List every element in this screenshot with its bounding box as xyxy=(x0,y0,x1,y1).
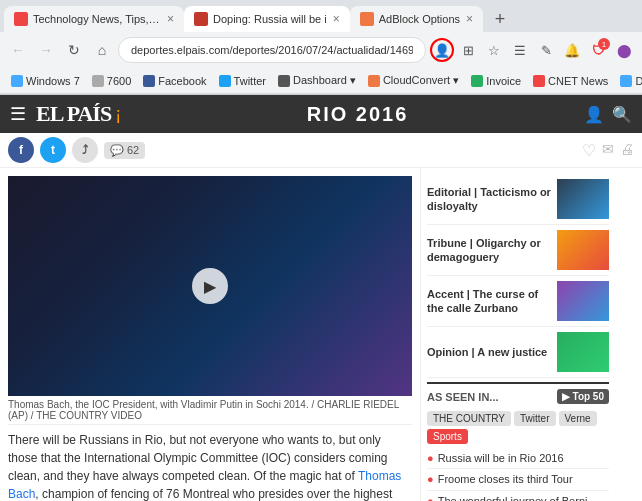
header-icons: 👤 🔍 xyxy=(584,105,632,124)
bookmark-invoice[interactable]: Invoice xyxy=(468,74,524,88)
tab-favicon xyxy=(14,12,28,26)
address-bar-row: ← → ↻ ⌂ 👤 ⊞ ☆ ☰ ✎ 🔔 🛡 1 ⬤ xyxy=(0,32,642,68)
bookmark-icon xyxy=(368,75,380,87)
tab-favicon xyxy=(360,12,374,26)
mail-icon[interactable]: ✉ xyxy=(602,141,614,160)
comment-badge[interactable]: 💬 62 xyxy=(104,142,145,159)
image-caption: Thomas Bach, the IOC President, with Vla… xyxy=(8,396,412,425)
sidebar-accent-link[interactable]: Accent | The curse of the calle Zurbano xyxy=(427,288,538,314)
site-logo: EL PAÍS xyxy=(36,101,111,127)
home-button[interactable]: ⌂ xyxy=(90,38,114,62)
tab-technology[interactable]: Technology News, Tips, Rev × xyxy=(4,6,184,32)
news-dot: ● xyxy=(427,472,434,486)
forward-button[interactable]: → xyxy=(34,38,58,62)
bookmark-cloudconvert[interactable]: CloudConvert ▾ xyxy=(365,73,462,88)
tag-verne[interactable]: Verne xyxy=(559,411,597,426)
news-item-2: ● Froome closes its third Tour xyxy=(427,469,609,490)
news-label[interactable]: The wonderful journey of Berni Rodriguez xyxy=(438,494,609,501)
news-list: ● Russia will be in Rio 2016 ● Froome cl… xyxy=(427,448,609,501)
tag-row: THE COUNTRY Twitter Verne Sports xyxy=(427,411,609,444)
heart-icon[interactable]: ♡ xyxy=(582,141,596,160)
print-icon[interactable]: 🖨 xyxy=(620,141,634,160)
tab-bar: Technology News, Tips, Rev × Doping: Rus… xyxy=(0,0,642,32)
edit-icon[interactable]: ✎ xyxy=(534,38,558,62)
sidebar-tribune: Tribune | Oligarchy or demagoguery xyxy=(427,225,609,276)
sidebar-opinion: Opinion | A new justice xyxy=(427,327,609,378)
bookmark-label: CloudConvert ▾ xyxy=(383,74,459,87)
header-title: RIO 2016 xyxy=(131,103,584,126)
share-button[interactable]: ⤴ xyxy=(72,137,98,163)
sidebar-editorial-link[interactable]: Editorial | Tacticismo or disloyalty xyxy=(427,186,551,212)
as-seen-label: AS SEEN IN... xyxy=(427,391,499,403)
tab-close-btn[interactable]: × xyxy=(333,12,340,26)
news-item-3: ● The wonderful journey of Berni Rodrigu… xyxy=(427,491,609,501)
bookmark-windows7[interactable]: Windows 7 xyxy=(8,74,83,88)
play-button[interactable]: ▶ xyxy=(192,268,228,304)
bookmark-label: Facebook xyxy=(158,75,206,87)
news-dot: ● xyxy=(427,451,434,465)
bookmark-icon xyxy=(471,75,483,87)
tag-twitter[interactable]: Twitter xyxy=(514,411,555,426)
facebook-share-button[interactable]: f xyxy=(8,137,34,163)
sidebar: Editorial | Tacticismo or disloyalty Tri… xyxy=(420,168,615,501)
back-button[interactable]: ← xyxy=(6,38,30,62)
article-body: There will be Russians in Rio, but not e… xyxy=(8,431,412,501)
bookmark-label: CNET News xyxy=(548,75,608,87)
bookmark-icon xyxy=(278,75,290,87)
refresh-button[interactable]: ↻ xyxy=(62,38,86,62)
bookmark-label: Dashboard ▾ xyxy=(293,74,356,87)
people-icon[interactable]: 👤 xyxy=(430,38,454,62)
hamburger-menu[interactable]: ☰ xyxy=(10,103,26,125)
tab-favicon xyxy=(194,12,208,26)
bell-icon[interactable]: 🔔 xyxy=(560,38,584,62)
bookmark-label: Twitter xyxy=(234,75,266,87)
article-paragraph-1: There will be Russians in Rio, but not e… xyxy=(8,431,412,501)
comment-count: 62 xyxy=(127,144,139,156)
twitter-share-button[interactable]: t xyxy=(40,137,66,163)
top50-button[interactable]: ▶ Top 50 xyxy=(557,389,609,404)
article-section: ▶ Thomas Bach, the IOC President, with V… xyxy=(0,168,420,501)
bookmark-dashboard[interactable]: Dashboard ▾ xyxy=(275,73,359,88)
sidebar-thumb xyxy=(557,179,609,219)
menu-icon[interactable]: ☰ xyxy=(508,38,532,62)
bookmark-7600[interactable]: 7600 xyxy=(89,74,134,88)
sidebar-thumb-image xyxy=(557,332,609,372)
tab-doping[interactable]: Doping: Russia will be i × xyxy=(184,6,350,32)
search-icon[interactable]: 🔍 xyxy=(612,105,632,124)
social-right-icons: ♡ ✉ 🖨 xyxy=(582,141,634,160)
tag-sports[interactable]: Sports xyxy=(427,429,468,444)
shield-icon[interactable]: 🛡 1 xyxy=(586,38,610,62)
bookmark-dlink[interactable]: D-LINK SYSTEMS, xyxy=(617,74,642,88)
shield-badge: 1 xyxy=(598,38,610,50)
user-icon[interactable]: 👤 xyxy=(584,105,604,124)
purple-icon[interactable]: ⬤ xyxy=(612,38,636,62)
social-bar: f t ⤴ 💬 62 ♡ ✉ 🖨 xyxy=(0,133,642,168)
news-label[interactable]: Russia will be in Rio 2016 xyxy=(438,451,564,465)
tab-close-btn[interactable]: × xyxy=(466,12,473,26)
browser-chrome: Technology News, Tips, Rev × Doping: Rus… xyxy=(0,0,642,95)
sidebar-tribune-link[interactable]: Tribune | Oligarchy or demagoguery xyxy=(427,237,541,263)
bookmark-cnet[interactable]: CNET News xyxy=(530,74,611,88)
tab-label: Technology News, Tips, Rev xyxy=(33,13,161,25)
sidebar-thumb xyxy=(557,332,609,372)
star-icon[interactable]: ☆ xyxy=(482,38,506,62)
bookmark-facebook[interactable]: Facebook xyxy=(140,74,209,88)
bookmark-icon xyxy=(92,75,104,87)
sidebar-opinion-link[interactable]: Opinion | A new justice xyxy=(427,346,547,358)
news-item-1: ● Russia will be in Rio 2016 xyxy=(427,448,609,469)
news-label[interactable]: Froome closes its third Tour xyxy=(438,472,573,486)
sidebar-thumb-image xyxy=(557,179,609,219)
bookmark-icon xyxy=(219,75,231,87)
sidebar-thumb xyxy=(557,230,609,270)
tab-label: AdBlock Options xyxy=(379,13,460,25)
tab-adblock[interactable]: AdBlock Options × xyxy=(350,6,483,32)
address-input[interactable] xyxy=(118,37,426,63)
sidebar-accent: Accent | The curse of the calle Zurbano xyxy=(427,276,609,327)
grid-icon[interactable]: ⊞ xyxy=(456,38,480,62)
new-tab-button[interactable]: + xyxy=(487,6,513,32)
page: ☰ EL PAÍS ¡ RIO 2016 👤 🔍 f t ⤴ 💬 62 ♡ ✉ … xyxy=(0,95,642,501)
tab-close-btn[interactable]: × xyxy=(167,12,174,26)
bookmark-twitter[interactable]: Twitter xyxy=(216,74,269,88)
tag-the-country[interactable]: THE COUNTRY xyxy=(427,411,511,426)
site-header: ☰ EL PAÍS ¡ RIO 2016 👤 🔍 xyxy=(0,95,642,133)
